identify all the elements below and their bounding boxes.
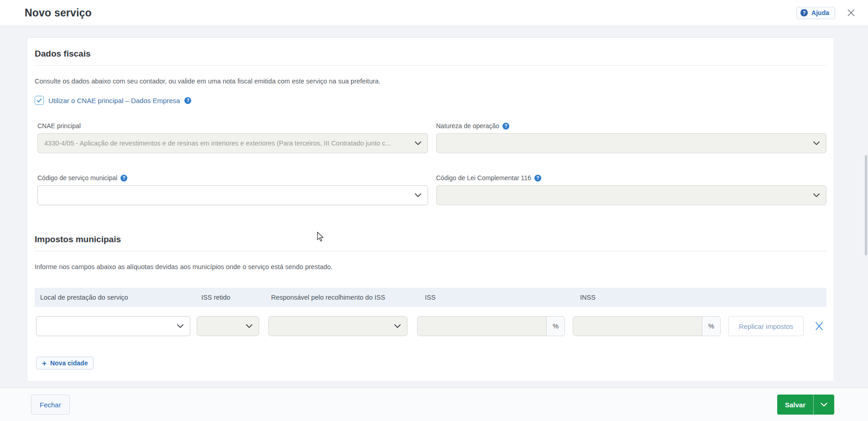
page-title: Novo serviço [25, 7, 92, 19]
help-button[interactable]: ? Ajuda [796, 7, 835, 19]
dados-fiscais-description: Consulte os dados abaixo com seu contado… [35, 78, 826, 85]
chevron-down-icon [415, 193, 421, 198]
inss-input-group: % [573, 316, 721, 336]
cnae-checkbox-row[interactable]: Utilizar o CNAE principal – Dados Empres… [35, 96, 191, 105]
codigo-municipal-help-icon[interactable]: ? [120, 175, 127, 182]
codigo-municipal-label: Código de serviço municipal [37, 174, 117, 182]
impostos-title: Impostos municipais [35, 234, 826, 244]
dados-fiscais-title: Dados fiscais [35, 49, 826, 59]
chevron-down-icon [821, 402, 827, 407]
col-header-local: Local de prestação do serviço [40, 294, 128, 301]
impostos-table: Local de prestação do serviço ISS retido… [35, 288, 826, 336]
section-divider [35, 251, 826, 251]
responsavel-iss-select[interactable] [268, 316, 408, 336]
lc116-select[interactable] [436, 185, 827, 205]
plus-icon: + [42, 359, 47, 367]
cnae-field: CNAE principal 4330-4/05 - Aplicação de … [37, 122, 428, 153]
nova-cidade-label: Nova cidade [50, 359, 88, 367]
natureza-field: Natureza de operação ? [436, 122, 827, 153]
natureza-label: Natureza de operação [436, 122, 500, 130]
cnae-checkbox-label: Utilizar o CNAE principal – Dados Empres… [48, 97, 180, 104]
delete-row-icon[interactable] [814, 321, 825, 332]
col-header-inss: INSS [580, 294, 596, 301]
chevron-down-icon [177, 324, 183, 328]
iss-input-group: % [417, 316, 565, 336]
chevron-down-icon [813, 141, 820, 146]
cnae-select-value: 4330-4/05 - Aplicação de revestimentos e… [44, 140, 408, 147]
modal-footer: Fechar Salvar [0, 388, 868, 421]
chevron-down-icon [415, 141, 421, 146]
codigo-municipal-select[interactable] [37, 185, 428, 205]
col-header-iss: ISS [425, 294, 435, 301]
nova-cidade-button[interactable]: + Nova cidade [36, 357, 94, 369]
save-split-button: Salvar [777, 395, 834, 415]
cnae-checkbox[interactable] [35, 96, 44, 105]
inss-percent-suffix: % [702, 317, 720, 336]
cnae-select[interactable]: 4330-4/05 - Aplicação de revestimentos e… [37, 133, 428, 153]
salvar-button[interactable]: Salvar [777, 395, 813, 415]
col-header-responsavel: Responsável pelo recolhimento do ISS [271, 294, 385, 301]
section-divider [35, 65, 826, 66]
iss-retido-select[interactable] [197, 316, 259, 336]
local-prestacao-select[interactable] [36, 316, 190, 336]
iss-input[interactable] [418, 317, 546, 336]
cnae-label: CNAE principal [37, 122, 81, 130]
fiscal-fields-row-2: Código de serviço municipal ? Código de … [35, 174, 826, 205]
codigo-municipal-field: Código de serviço municipal ? [37, 174, 428, 205]
chevron-down-icon [813, 193, 820, 198]
impostos-description: Informe nos campos abaixo as alíquotas d… [35, 263, 826, 270]
fechar-button[interactable]: Fechar [31, 395, 70, 415]
question-icon: ? [800, 9, 808, 16]
scrollbar-thumb[interactable] [865, 155, 867, 255]
inss-input[interactable] [573, 317, 702, 336]
help-button-label: Ajuda [811, 9, 829, 16]
close-icon[interactable] [845, 7, 857, 19]
table-row: % % Replicar impostos [35, 316, 826, 336]
natureza-help-icon[interactable]: ? [502, 123, 509, 130]
lc116-field: Código de Lei Complementar 116 ? [436, 174, 827, 205]
chevron-down-icon [394, 324, 401, 328]
modal-header: Novo serviço ? Ajuda [0, 0, 868, 26]
lc116-help-icon[interactable]: ? [534, 175, 541, 182]
replicar-impostos-button[interactable]: Replicar impostos [728, 316, 804, 336]
fiscal-card: Dados fiscais Consulte os dados abaixo c… [27, 37, 834, 382]
salvar-dropdown-button[interactable] [813, 395, 834, 415]
col-header-iss-retido: ISS retido [201, 294, 230, 301]
impostos-table-header: Local de prestação do serviço ISS retido… [35, 288, 826, 307]
natureza-select[interactable] [436, 133, 827, 153]
modal-body: Dados fiscais Consulte os dados abaixo c… [0, 26, 868, 382]
fiscal-fields-row-1: CNAE principal 4330-4/05 - Aplicação de … [35, 122, 826, 153]
chevron-down-icon [246, 324, 252, 328]
iss-percent-suffix: % [546, 317, 565, 336]
lc116-label: Código de Lei Complementar 116 [436, 174, 531, 182]
cnae-help-icon[interactable]: ? [184, 97, 191, 104]
